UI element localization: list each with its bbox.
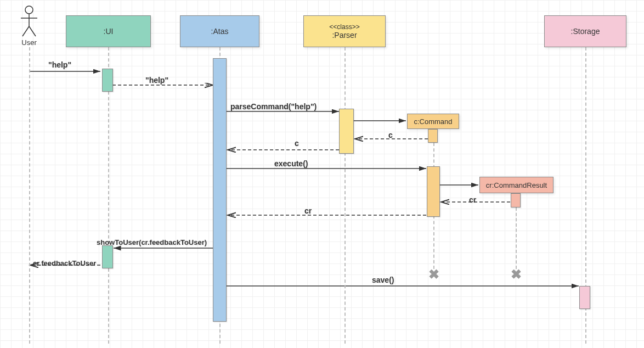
participant-commandresult-label: cr:CommandResult bbox=[486, 181, 547, 189]
msg-showtouser: showToUser(cr.feedbackToUser) bbox=[97, 238, 207, 246]
participant-parser-stereotype: <<class>> bbox=[329, 23, 359, 31]
destroy-commandresult-icon: ✖ bbox=[511, 267, 522, 282]
activation-atas bbox=[213, 58, 227, 322]
participant-storage-label: :Storage bbox=[571, 27, 600, 36]
lifeline-user bbox=[29, 47, 30, 344]
participant-atas: :Atas bbox=[180, 15, 259, 47]
msg-cr-2: cr bbox=[304, 206, 312, 215]
activation-command-2 bbox=[427, 166, 440, 217]
participant-command: c:Command bbox=[407, 114, 459, 129]
activation-parser bbox=[339, 109, 354, 154]
msg-c-2: c bbox=[295, 139, 299, 148]
participant-ui: :UI bbox=[66, 15, 151, 47]
activation-ui-1 bbox=[102, 69, 113, 92]
actor-label: User bbox=[18, 38, 40, 47]
activation-command-1 bbox=[428, 129, 438, 143]
msg-cr-1: cr bbox=[469, 195, 476, 204]
svg-line-16 bbox=[22, 26, 29, 36]
participant-parser: <<class>> :Parser bbox=[303, 15, 386, 47]
actor-user: User bbox=[18, 4, 40, 47]
msg-help-1: "help" bbox=[48, 60, 71, 69]
msg-feedback: cr.feedbackToUser bbox=[33, 259, 96, 267]
participant-atas-label: :Atas bbox=[211, 27, 229, 36]
lifeline-ui bbox=[108, 47, 109, 344]
svg-line-17 bbox=[29, 26, 36, 36]
participant-commandresult: cr:CommandResult bbox=[479, 177, 553, 193]
activation-cr bbox=[511, 193, 521, 207]
participant-command-label: c:Command bbox=[414, 117, 452, 126]
participant-ui-label: :UI bbox=[104, 27, 114, 36]
arrows-layer bbox=[0, 0, 644, 348]
msg-c-1: c bbox=[388, 131, 393, 139]
participant-storage: :Storage bbox=[544, 15, 626, 47]
sequence-diagram: User :UI :Atas <<class>> :Parser :Storag… bbox=[0, 0, 644, 348]
svg-point-13 bbox=[25, 6, 33, 14]
lifeline-commandresult bbox=[516, 207, 517, 269]
lifeline-parser bbox=[344, 47, 346, 344]
msg-save: save() bbox=[372, 276, 394, 284]
msg-parsecommand: parseCommand("help") bbox=[230, 102, 317, 111]
msg-help-2: "help" bbox=[145, 76, 168, 85]
stick-figure-icon bbox=[18, 4, 40, 37]
activation-ui-2 bbox=[102, 245, 113, 268]
msg-execute: execute() bbox=[274, 159, 308, 168]
destroy-command-icon: ✖ bbox=[428, 267, 439, 282]
participant-parser-label: :Parser bbox=[332, 31, 357, 40]
activation-storage bbox=[579, 286, 590, 309]
